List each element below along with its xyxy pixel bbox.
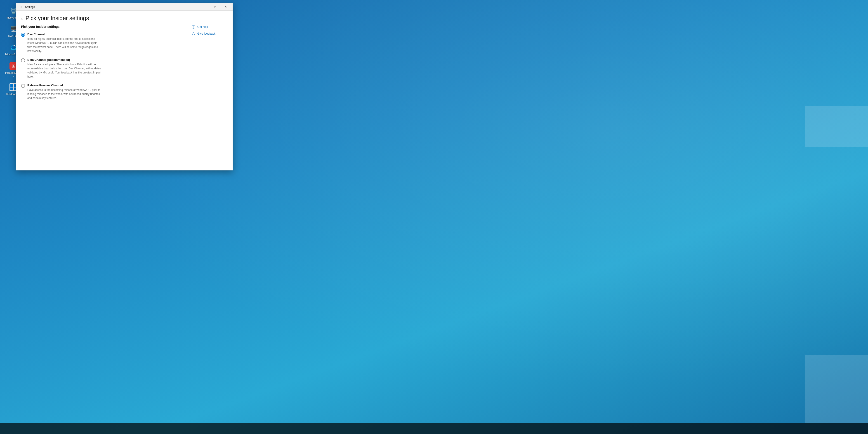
radio-dev-channel-desc: Ideal for highly technical users. Be the… xyxy=(27,37,102,53)
maximize-button[interactable]: □ xyxy=(210,3,220,11)
title-bar: Settings ─ □ ✕ xyxy=(16,3,232,11)
svg-rect-7 xyxy=(10,88,13,90)
taskbar[interactable] xyxy=(0,423,868,434)
radio-beta-channel-label: Beta Channel (Recommended) xyxy=(27,58,102,61)
give-feedback-icon xyxy=(191,32,195,36)
corner-decoration-top xyxy=(805,106,868,147)
corner-decoration-bottom xyxy=(805,355,868,423)
radio-option-release-preview[interactable]: Release Preview Channel Have access to t… xyxy=(21,84,187,100)
get-help-label: Get help xyxy=(197,25,208,29)
svg-text:⊞: ⊞ xyxy=(11,63,16,69)
svg-text:?: ? xyxy=(193,26,194,28)
radio-release-preview-label: Release Preview Channel xyxy=(27,84,102,87)
page-header: ⌂ Pick your Insider settings xyxy=(16,11,232,25)
back-button[interactable] xyxy=(18,4,24,10)
radio-release-preview-text: Release Preview Channel Have access to t… xyxy=(27,84,102,100)
window-title: Settings xyxy=(24,5,199,8)
get-help-icon: ? xyxy=(191,25,195,29)
radio-dev-channel-label: Dev Channel xyxy=(27,33,102,36)
right-panel: ? Get help Give feedback xyxy=(191,25,228,170)
radio-release-preview-desc: Have access to the upcoming release of W… xyxy=(27,88,102,100)
content-area: ⌂ Pick your Insider settings Pick your I… xyxy=(16,11,232,170)
settings-window: Settings ─ □ ✕ ⌂ Pick your Insider setti… xyxy=(16,3,233,170)
radio-beta-channel-desc: Ideal for early adopters. These Windows … xyxy=(27,62,102,79)
radio-dev-channel[interactable] xyxy=(21,33,25,37)
window-controls: ─ □ ✕ xyxy=(199,3,231,11)
give-feedback-link[interactable]: Give feedback xyxy=(191,32,228,36)
get-help-link[interactable]: ? Get help xyxy=(191,25,228,29)
radio-beta-channel[interactable] xyxy=(21,58,25,62)
radio-release-preview[interactable] xyxy=(21,84,25,88)
give-feedback-label: Give feedback xyxy=(197,32,215,35)
main-content: Pick your Insider settings Dev Channel I… xyxy=(16,25,232,170)
section-heading: Pick your Insider settings xyxy=(21,25,187,29)
left-panel: Pick your Insider settings Dev Channel I… xyxy=(21,25,187,170)
page-title: Pick your Insider settings xyxy=(26,15,89,22)
radio-dev-channel-text: Dev Channel Ideal for highly technical u… xyxy=(27,33,102,53)
minimize-button[interactable]: ─ xyxy=(199,3,210,11)
radio-beta-channel-text: Beta Channel (Recommended) Ideal for ear… xyxy=(27,58,102,79)
radio-option-beta-channel[interactable]: Beta Channel (Recommended) Ideal for ear… xyxy=(21,58,187,79)
svg-point-11 xyxy=(193,33,194,34)
radio-option-dev-channel[interactable]: Dev Channel Ideal for highly technical u… xyxy=(21,33,187,53)
home-button[interactable]: ⌂ xyxy=(21,16,23,20)
svg-rect-5 xyxy=(10,84,13,87)
close-button[interactable]: ✕ xyxy=(220,3,231,11)
